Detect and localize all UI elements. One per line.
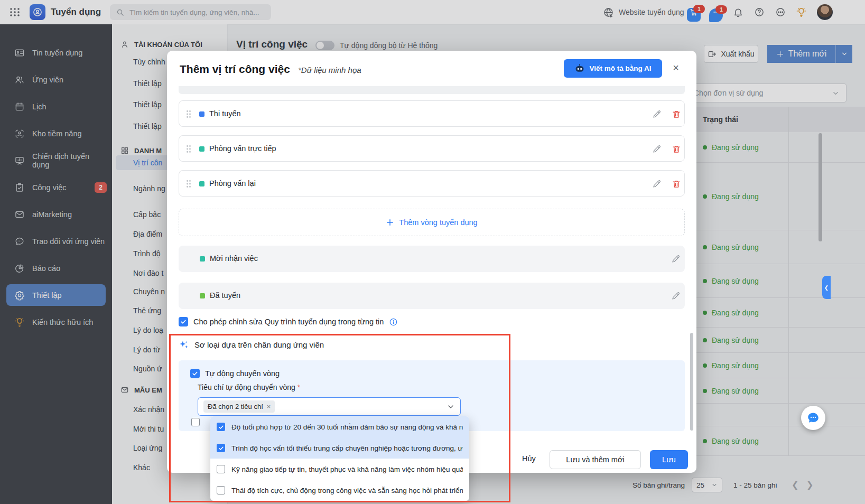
drag-handle-icon[interactable] bbox=[186, 180, 191, 188]
round-label: Đã tuyển bbox=[210, 291, 240, 300]
checkbox-unchecked[interactable] bbox=[217, 486, 225, 494]
plus-icon bbox=[386, 218, 394, 227]
tag-remove-icon[interactable]: × bbox=[267, 403, 271, 410]
selected-criteria-tag: Đã chọn 2 tiêu chí × bbox=[203, 400, 275, 413]
checkbox-unchecked[interactable] bbox=[191, 418, 200, 426]
chat-fab-button[interactable] bbox=[801, 406, 825, 430]
ai-robot-icon bbox=[574, 63, 585, 74]
fixed-round-row: Đã tuyển bbox=[179, 283, 685, 309]
delete-trash-icon[interactable] bbox=[672, 144, 681, 154]
chevron-down-icon[interactable] bbox=[447, 403, 455, 411]
round-label: Phỏng vấn trực tiếp bbox=[209, 144, 276, 153]
delete-trash-icon[interactable] bbox=[672, 179, 681, 189]
delete-trash-icon[interactable] bbox=[672, 109, 681, 119]
criteria-label: Tiêu chí tự động chuyển vòng * bbox=[198, 383, 300, 391]
checkbox-checked[interactable] bbox=[217, 444, 225, 452]
edit-pencil-icon[interactable] bbox=[652, 179, 662, 189]
round-color-swatch bbox=[199, 111, 204, 117]
ai-describe-button[interactable]: Viết mô tả bằng AI bbox=[564, 59, 662, 78]
sparkle-icon bbox=[179, 340, 189, 350]
round-row: Phòng vấn lại bbox=[179, 170, 685, 197]
info-icon[interactable] bbox=[389, 318, 398, 326]
round-color-swatch bbox=[200, 293, 205, 298]
add-round-button[interactable]: Thêm vòng tuyển dụng bbox=[179, 209, 685, 236]
edit-pencil-icon[interactable] bbox=[671, 291, 681, 301]
save-and-new-button[interactable]: Lưu và thêm mới bbox=[550, 450, 641, 469]
allow-edit-label: Cho phép chỉnh sửa Quy trình tuyển dụng … bbox=[193, 318, 384, 326]
modal-subtitle: *Dữ liệu minh họa bbox=[298, 66, 361, 74]
criteria-option[interactable]: Thái độ tích cực, chủ động trong công vi… bbox=[210, 480, 469, 501]
criteria-multiselect[interactable]: Đã chọn 2 tiêu chí × bbox=[198, 397, 461, 416]
criteria-option[interactable]: Độ tuổi phù hợp từ 20 đến 30 tuổi nhằm đ… bbox=[210, 416, 469, 437]
round-color-swatch bbox=[200, 256, 205, 262]
edit-pencil-icon[interactable] bbox=[671, 254, 681, 264]
save-button[interactable]: Lưu bbox=[650, 450, 688, 469]
fixed-round-row: Mời nhận việc bbox=[179, 246, 685, 272]
allow-edit-row: Cho phép chỉnh sửa Quy trình tuyển dụng … bbox=[179, 317, 398, 326]
modal-title: Thêm vị trí công việc bbox=[180, 63, 290, 76]
edit-pencil-icon[interactable] bbox=[652, 144, 662, 154]
criteria-option[interactable]: Trình độ học vấn tối thiểu trung cấp chu… bbox=[210, 437, 469, 459]
drag-handle-icon[interactable] bbox=[186, 145, 191, 153]
add-job-position-modal: Thêm vị trí công việc *Dữ liệu minh họa … bbox=[167, 51, 696, 473]
criteria-option[interactable]: Kỹ năng giao tiếp tự tin, thuyết phục và… bbox=[210, 459, 469, 480]
round-row: Phỏng vấn trực tiếp bbox=[179, 135, 685, 162]
ai-screening-heading: Sơ loại dựa trên chân dung ứng viên bbox=[179, 340, 324, 350]
round-color-swatch bbox=[199, 181, 204, 186]
round-label: Thi tuyển bbox=[209, 109, 241, 118]
chat-bubble-icon bbox=[806, 411, 820, 425]
round-label: Mời nhận việc bbox=[210, 254, 258, 263]
round-color-swatch bbox=[199, 146, 204, 152]
close-icon[interactable]: × bbox=[669, 61, 682, 74]
criteria-dropdown: Độ tuổi phù hợp từ 20 đến 30 tuổi nhằm đ… bbox=[210, 416, 469, 501]
cancel-button[interactable]: Hủy bbox=[522, 454, 536, 463]
round-label: Phòng vấn lại bbox=[209, 179, 256, 188]
screenshot-stage: Tuyển dụng Website tuyển dụng 1 1 bbox=[0, 0, 865, 504]
edit-pencil-icon[interactable] bbox=[652, 109, 662, 119]
checkbox-checked[interactable] bbox=[217, 423, 225, 431]
drag-handle-icon[interactable] bbox=[186, 110, 191, 118]
collapse-panel-tab[interactable]: ❮ bbox=[822, 276, 831, 299]
scrolled-row-fragment bbox=[179, 86, 685, 94]
auto-move-label: Tự động chuyển vòng bbox=[205, 369, 280, 378]
checkbox-checked[interactable] bbox=[190, 369, 200, 378]
modal-scrollbar-thumb[interactable] bbox=[690, 333, 693, 431]
checkbox-unchecked[interactable] bbox=[217, 465, 225, 473]
required-asterisk: * bbox=[297, 383, 300, 391]
round-row: Thi tuyển bbox=[179, 100, 685, 127]
checkbox-checked[interactable] bbox=[179, 317, 188, 326]
auto-move-row: Tự động chuyển vòng bbox=[190, 369, 280, 378]
